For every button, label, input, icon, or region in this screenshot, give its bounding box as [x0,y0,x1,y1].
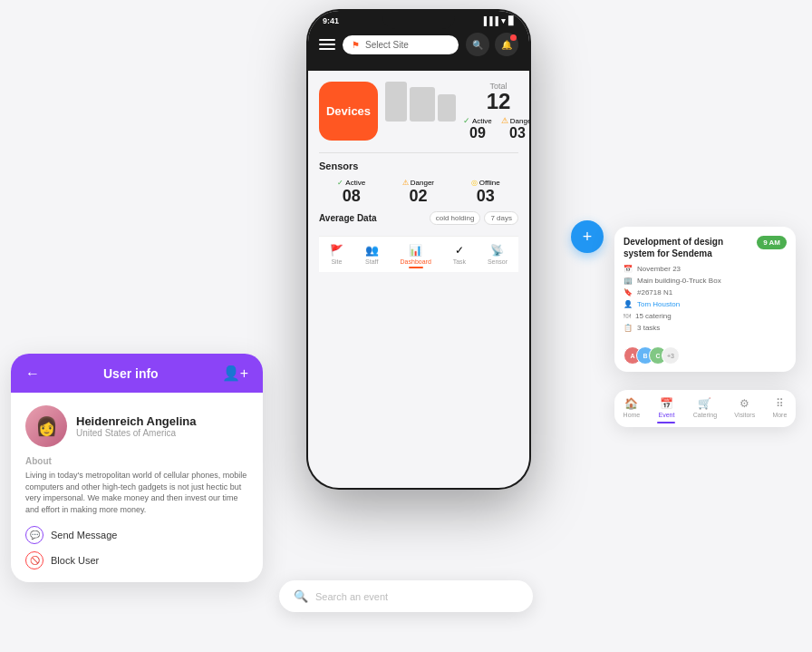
danger-icon: ⚠ [501,116,508,125]
block-user-icon: 🚫 [25,551,44,569]
nav-active-underline [409,267,423,268]
add-fab-button[interactable]: + [571,220,604,253]
nav-staff-label: Staff [365,258,378,265]
block-user-label: Block User [51,555,99,566]
notification-dot [510,34,517,41]
event-id-row: 🔖 #26718 N1 [624,288,787,297]
event-tasks: 3 tasks [637,324,660,332]
user-actions: 💬 Send Message 🚫 Block User [25,526,248,569]
sensor-offline-icon: ◎ [471,179,478,187]
catering-icon: 🍽 [624,312,631,320]
avg-tag-2: 7 days [484,211,518,225]
search-button[interactable]: 🔍 [466,33,489,56]
event-person-row: 👤 Tom Houston [624,300,680,308]
nav-dashboard-icon: 📊 [409,244,422,257]
status-time: 9:41 [323,16,339,25]
search-bottom-placeholder: Search an event [315,591,388,602]
user-profile-row: 👩 Heidenreich Angelina United States of … [25,405,248,447]
bottom-event-nav: 🏠 Home 📅 Event 🛒 Catering ⚙ Visitors ⠿ M… [614,390,796,427]
event-catering-row: 🍽 15 catering [624,312,680,320]
event-person-catering-tasks: 👤 Tom Houston 🍽 15 catering 📋 3 tasks [624,300,787,336]
plus-icon: + [583,228,593,247]
user-card-body: 👩 Heidenreich Angelina United States of … [11,393,263,582]
active-label: Active [472,117,492,125]
add-user-button[interactable]: 👤+ [222,365,248,382]
nav-site-icon: 🚩 [330,244,343,257]
event-card-header: Development of design system for Sendema… [614,227,796,265]
sensor-danger-label: Danger [411,179,434,187]
event-details: 📅 November 23 🏢 Main building-0-Truck Bo… [614,265,796,343]
send-message-action[interactable]: 💬 Send Message [25,526,248,544]
ev-more-icon: ⠿ [776,397,784,410]
hamburger-menu[interactable] [319,39,335,50]
ev-nav-visitors[interactable]: ⚙ Visitors [734,397,755,423]
ev-catering-icon: 🛒 [698,397,711,410]
event-time-badge: 9 AM [757,236,787,249]
header-actions: 🔍 🔔 [466,33,518,56]
calendar-icon: 📅 [624,265,633,273]
nav-staff-icon: 👥 [365,244,379,257]
search-event-bar[interactable]: 🔍 Search an event [279,580,533,612]
appliances-group [385,82,456,122]
wifi-icon: ▾ [501,16,506,25]
select-site-text: Select Site [365,40,450,50]
block-user-action[interactable]: 🚫 Block User [25,551,248,569]
sensor-active: ✓ Active 08 [337,179,365,206]
ev-visitors-label: Visitors [734,412,755,418]
event-person: Tom Houston [637,300,680,308]
sensor-danger-icon: ⚠ [402,179,409,187]
user-country: United States of America [76,428,196,438]
sensor-offline-num: 03 [471,187,500,206]
ev-nav-more[interactable]: ⠿ More [772,397,787,423]
event-location: Main building-0-Truck Box [637,277,721,285]
active-icon: ✓ [463,116,470,125]
sensor-offline-label: Offline [479,179,500,187]
phone-main-content: Devices Total 12 ✓ Active [308,71,529,433]
phone-header: ⚑ Select Site 🔍 🔔 [319,29,518,63]
active-num: 09 [463,125,492,141]
ev-nav-catering[interactable]: 🛒 Catering [693,397,717,423]
event-person-col: 👤 Tom Houston 🍽 15 catering 📋 3 tasks [624,300,680,336]
ev-catering-label: Catering [693,412,717,418]
ev-nav-event[interactable]: 📅 Event [657,397,675,423]
about-label: About [25,456,248,466]
site-search-bar[interactable]: ⚑ Select Site [343,35,459,54]
event-location-row: 🏢 Main building-0-Truck Box [624,277,787,285]
avatars-extra: +3 [662,346,680,365]
avg-tag-1: cold holding [430,211,481,225]
notification-button[interactable]: 🔔 [495,33,518,56]
phone-inner: 9:41 ▐▐▐ ▾ ▊ ⚑ Select Site 🔍 [308,11,529,488]
nav-dashboard[interactable]: 📊 Dashboard [401,244,431,268]
appliance-small [438,94,456,122]
phone-notch [382,11,455,29]
nav-site[interactable]: 🚩 Site [330,244,343,268]
status-icons: ▐▐▐ ▾ ▊ [481,16,515,25]
nav-sensor[interactable]: 📡 Sensor [488,244,508,268]
ev-visitors-icon: ⚙ [740,397,749,410]
ev-home-label: Home [624,412,641,418]
back-button[interactable]: ← [25,365,40,382]
nav-task-icon: ✓ [455,244,464,257]
event-title: Development of design system for Sendema [624,236,751,259]
nav-staff[interactable]: 👥 Staff [365,244,379,268]
nav-sensor-icon: 📡 [490,244,504,257]
event-tasks-row: 📋 3 tasks [624,324,680,332]
nav-task[interactable]: ✓ Task [453,244,466,268]
user-info-card: ← User info 👤+ 👩 Heidenreich Angelina Un… [11,354,263,582]
phone-header-area: ⚑ Select Site 🔍 🔔 [308,29,529,71]
avg-label: Average Data [319,213,377,223]
location-icon: ⚑ [352,40,360,50]
devices-active: ✓ Active 09 [463,116,492,141]
avg-data-row: Average Data cold holding 7 days [319,211,518,225]
divider-1 [319,152,518,153]
devices-stats: Total 12 ✓ Active 09 ⚠ [463,82,529,141]
tag-icon: 🔖 [624,288,633,297]
appliance-medium [410,87,435,122]
search-bottom-icon: 🔍 [294,589,308,603]
user-name: Heidenreich Angelina [76,414,196,428]
devices-section: Devices Total 12 ✓ Active [319,82,518,141]
ev-nav-home[interactable]: 🏠 Home [624,397,641,423]
devices-total-num: 12 [463,91,529,112]
ev-nav-underline [657,422,675,423]
ev-event-icon: 📅 [660,397,673,410]
